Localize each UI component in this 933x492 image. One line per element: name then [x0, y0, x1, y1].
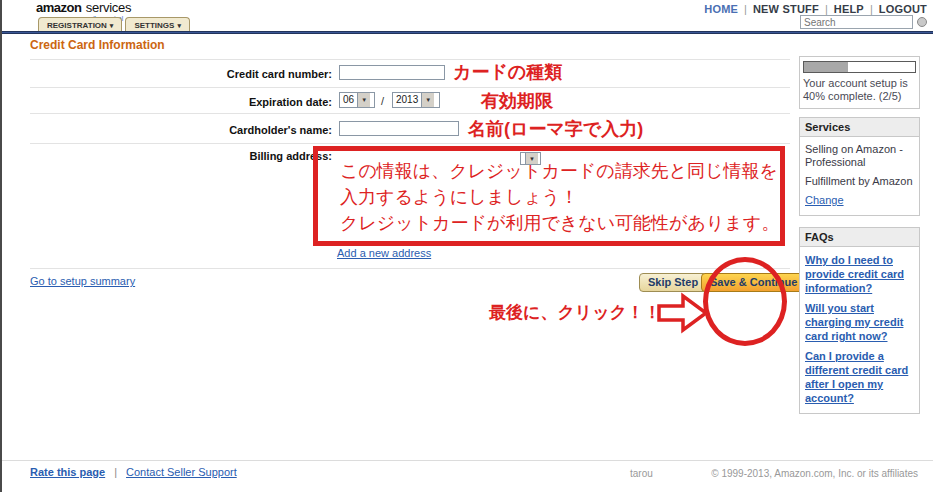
row-divider	[30, 59, 790, 60]
search-bar	[800, 15, 927, 29]
card-number-input[interactable]	[339, 65, 445, 80]
progress-text: Your account setup is 40% complete. (2/5…	[803, 77, 916, 103]
search-go-button[interactable]	[917, 17, 927, 27]
note-line: 入力するようにしましょう！	[340, 184, 780, 210]
row-divider	[30, 113, 790, 114]
billing-address-label: Billing address:	[132, 150, 332, 162]
nav-home-link[interactable]: HOME	[704, 3, 738, 15]
cardholder-annotation: 名前(ローマ字で入力)	[468, 117, 643, 141]
expiration-month-value: 06	[340, 93, 357, 107]
expiration-separator: /	[381, 95, 384, 107]
chevron-down-icon[interactable]: ▼	[421, 93, 434, 107]
expiration-annotation: 有効期限	[481, 89, 553, 113]
card-number-label: Credit card number:	[132, 68, 332, 80]
header-divider-bar	[2, 31, 933, 34]
nav-separator: |	[825, 3, 828, 15]
cardholder-label: Cardholder's name:	[132, 124, 332, 136]
note-line: この情報は、クレジットカードの請求先と同じ情報を	[340, 158, 780, 184]
rate-page-link[interactable]: Rate this page	[30, 466, 105, 478]
faq-link[interactable]: Can I provide a different credit card af…	[805, 349, 914, 405]
expiration-label: Expiration date:	[132, 96, 332, 108]
faqs-box: FAQs Why do I need to provide credit car…	[799, 227, 920, 414]
progress-bar	[803, 61, 916, 73]
service-item: Fulfillment by Amazon	[800, 169, 919, 188]
add-address-link[interactable]: Add a new address	[337, 247, 431, 259]
change-services-link[interactable]: Change	[805, 194, 844, 206]
cardholder-input[interactable]	[339, 121, 459, 136]
annotation-note-box: この情報は、クレジットカードの請求先と同じ情報を 入力するようにしましょう！ ク…	[313, 146, 785, 246]
tab-registration-label: REGISTRATION	[47, 21, 107, 30]
search-input[interactable]	[800, 15, 913, 29]
page-title: Credit Card Information	[30, 38, 165, 52]
seller-central-page: amazon services seller central REGISTRAT…	[0, 0, 933, 492]
footer-links: Rate this page | Contact Seller Support	[30, 466, 237, 478]
footer-separator: |	[114, 466, 117, 478]
faqs-title: FAQs	[800, 228, 919, 247]
skip-step-button[interactable]: Skip Step	[639, 273, 707, 292]
card-number-annotation: カードの種類	[453, 60, 562, 84]
annotation-circle	[703, 257, 787, 346]
tab-settings-label: SETTINGS	[134, 21, 174, 30]
nav-help-link[interactable]: HELP	[834, 3, 864, 15]
contact-support-link[interactable]: Contact Seller Support	[126, 466, 237, 478]
faq-link[interactable]: Why do I need to provide credit card inf…	[805, 253, 914, 295]
chevron-down-icon: ▾	[177, 22, 181, 29]
footer-copyright: © 1999-2013, Amazon.com, Inc. or its aff…	[711, 468, 918, 479]
logo-brand: amazon	[36, 0, 81, 15]
expiration-year-value: 2013	[393, 93, 421, 107]
setup-summary-link[interactable]: Go to setup summary	[30, 275, 135, 287]
faq-link[interactable]: Will you start charging my credit card r…	[805, 301, 914, 343]
nav-separator: |	[870, 3, 873, 15]
service-item: Selling on Amazon - Professional	[800, 137, 919, 169]
footer-divider	[2, 460, 933, 461]
top-nav: HOME | NEW STUFF | HELP | LOGOUT	[704, 3, 927, 15]
row-divider	[30, 143, 790, 144]
chevron-down-icon[interactable]: ▼	[357, 93, 370, 107]
services-title: Services	[800, 118, 919, 137]
nav-separator: |	[744, 3, 747, 15]
click-annotation: 最後に、クリック！！	[489, 301, 661, 324]
expiration-month-select[interactable]: 06 ▼	[339, 92, 375, 108]
nav-logout-link[interactable]: LOGOUT	[879, 3, 927, 15]
billing-address-select[interactable]: ▼	[520, 152, 541, 165]
nav-new-stuff-link[interactable]: NEW STUFF	[753, 3, 819, 15]
row-divider	[30, 87, 790, 88]
actions-divider	[30, 268, 790, 269]
chevron-down-icon: ▾	[110, 22, 114, 29]
note-line: クレジットカードが利用できない可能性があります。	[340, 210, 780, 236]
annotation-arrow-right-icon	[656, 292, 710, 334]
footer-username: tarou	[630, 468, 653, 479]
expiration-year-select[interactable]: 2013 ▼	[392, 92, 440, 108]
chevron-down-icon[interactable]: ▼	[525, 153, 538, 164]
progress-bar-fill	[804, 62, 848, 72]
account-setup-progress: Your account setup is 40% complete. (2/5…	[799, 56, 920, 109]
services-box: Services Selling on Amazon - Professiona…	[799, 117, 920, 216]
